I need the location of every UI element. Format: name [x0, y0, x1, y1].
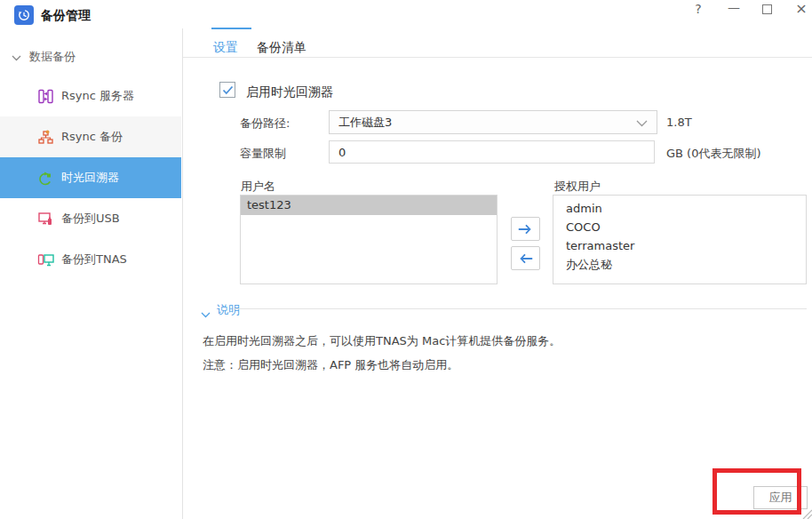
authorized-listbox[interactable]: admin COCO terramaster 办公总秘 [553, 195, 807, 284]
checkmark-icon [222, 85, 234, 95]
tabs-divider [183, 57, 812, 58]
note-line-2: 注意：启用时光回溯器，AFP 服务也将自动启用。 [203, 357, 458, 373]
list-item[interactable]: 办公总秘 [553, 255, 806, 274]
sidebar-item-label: Rsync 服务器 [61, 88, 134, 104]
quota-hint: GB (0代表无限制) [666, 146, 761, 162]
list-item-selected[interactable]: test123 [241, 196, 497, 215]
active-tab-indicator [211, 28, 251, 29]
users-list-label: 用户名 [241, 179, 275, 195]
note-section-title[interactable]: 说明 [217, 302, 240, 318]
arrow-right-icon [518, 224, 533, 235]
backup-manager-window: 备份管理 ? — × 数据备份 Rsync 服务器 [0, 0, 812, 519]
backup-usb-icon [37, 211, 54, 228]
list-item[interactable]: terramaster [553, 236, 806, 255]
backup-path-select[interactable]: 工作磁盘3 [329, 110, 657, 134]
sidebar-item-label: 备份到TNAS [61, 252, 127, 267]
backup-tnas-icon [37, 252, 54, 268]
rsync-server-icon [37, 88, 54, 105]
chevron-down-icon [201, 305, 211, 322]
quota-label: 容量限制 [240, 146, 286, 162]
arrow-left-icon [518, 253, 533, 264]
sidebar-item-time-machine[interactable]: 时光回溯器 [0, 157, 181, 198]
backup-path-capacity: 1.8T [666, 116, 692, 129]
close-button[interactable]: × [792, 0, 810, 17]
app-history-icon [14, 5, 34, 25]
maximize-button[interactable] [762, 4, 772, 14]
chevron-down-icon [636, 114, 648, 131]
sidebar-item-label: 备份到USB [61, 211, 120, 227]
move-left-button[interactable] [511, 246, 540, 270]
window-title: 备份管理 [41, 8, 91, 24]
sidebar-item-rsync-server[interactable]: Rsync 服务器 [0, 76, 181, 116]
sidebar-item-label: Rsync 备份 [61, 129, 123, 145]
tab-backup-list[interactable]: 备份清单 [257, 40, 306, 56]
apply-button[interactable]: 应用 [753, 486, 808, 509]
enable-time-machine-label: 启用时光回溯器 [246, 84, 333, 100]
rsync-backup-icon [37, 129, 54, 146]
sidebar-item-rsync-backup[interactable]: Rsync 备份 [0, 116, 181, 157]
tab-settings[interactable]: 设置 [213, 40, 238, 56]
move-right-button[interactable] [511, 217, 540, 241]
sidebar-group-data-backup[interactable]: 数据备份 [0, 46, 181, 68]
list-item[interactable]: COCO [553, 218, 806, 236]
sidebar-item-backup-usb[interactable]: 备份到USB [0, 198, 181, 239]
backup-path-label: 备份路径: [240, 116, 290, 132]
help-button[interactable]: ? [689, 2, 707, 16]
note-line-1: 在启用时光回溯器之后，可以使用TNAS为 Mac计算机提供备份服务。 [203, 333, 561, 349]
sidebar-item-label: 时光回溯器 [61, 170, 119, 186]
time-machine-icon [37, 170, 54, 187]
quota-input[interactable] [329, 140, 655, 164]
minimize-button[interactable]: — [725, 0, 743, 14]
list-item[interactable]: admin [553, 199, 806, 218]
users-listbox[interactable]: test123 [240, 195, 498, 284]
sidebar-group-label: 数据备份 [29, 49, 76, 65]
sidebar-divider [182, 28, 183, 519]
authorized-list-label: 授权用户 [554, 179, 601, 195]
backup-path-value: 工作磁盘3 [338, 115, 392, 131]
chevron-down-icon [12, 51, 21, 64]
sidebar-item-backup-tnas[interactable]: 备份到TNAS [0, 239, 181, 280]
resize-grip-icon[interactable] [800, 506, 812, 519]
note-divider [233, 308, 807, 309]
enable-time-machine-checkbox[interactable] [219, 82, 235, 98]
